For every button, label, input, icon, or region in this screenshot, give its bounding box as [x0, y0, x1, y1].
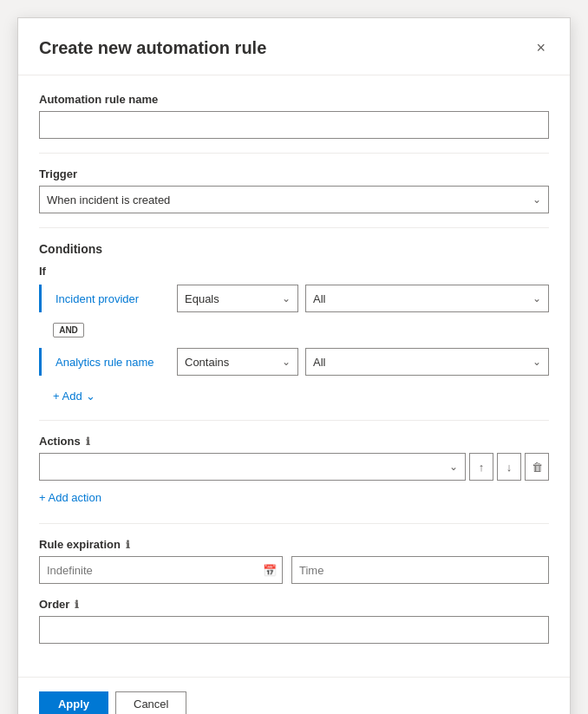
add-action-label: + Add action	[39, 491, 101, 504]
condition-row-2: Analytics rule name Contains ⌄ All ⌄	[39, 348, 549, 376]
condition-dropdowns-1: Equals ⌄ All ⌄	[177, 285, 549, 312]
trigger-dropdown[interactable]: When incident is created ⌄	[39, 186, 549, 213]
move-down-icon: ↓	[506, 461, 513, 474]
condition-operator-dropdown-2[interactable]: Contains ⌄	[177, 348, 298, 376]
action-move-up-button[interactable]: ↑	[469, 453, 493, 481]
calendar-icon[interactable]: 📅	[258, 564, 282, 577]
condition-dropdowns-2: Contains ⌄ All ⌄	[177, 348, 549, 376]
order-label: Order ℹ	[39, 598, 549, 611]
trigger-section: Trigger When incident is created ⌄	[39, 167, 549, 213]
actions-dropdown[interactable]: ⌄	[39, 453, 466, 481]
trigger-chevron-icon: ⌄	[526, 193, 548, 206]
trigger-label: Trigger	[39, 167, 549, 180]
dialog-footer: Apply Cancel	[18, 677, 570, 714]
conditions-title: Conditions	[39, 242, 549, 256]
delete-icon: 🗑	[532, 461, 543, 474]
divider-2	[39, 227, 549, 228]
rule-expiration-title: Rule expiration	[39, 538, 121, 551]
action-delete-button[interactable]: 🗑	[525, 453, 549, 481]
actions-label: Actions ℹ	[39, 435, 549, 448]
order-input[interactable]: 3	[39, 616, 549, 644]
condition-value-dropdown-2[interactable]: All ⌄	[305, 348, 549, 376]
condition-value-1: All	[306, 292, 526, 305]
automation-rule-name-section: Automation rule name	[39, 93, 549, 139]
condition-value-chevron-1: ⌄	[526, 292, 548, 305]
divider-4	[39, 523, 549, 524]
condition-operator-dropdown-1[interactable]: Equals ⌄	[177, 285, 298, 312]
condition-value-dropdown-1[interactable]: All ⌄	[305, 285, 549, 312]
action-move-down-button[interactable]: ↓	[497, 453, 521, 481]
automation-rule-name-input[interactable]	[39, 111, 549, 139]
actions-chevron-icon: ⌄	[442, 461, 465, 473]
actions-dropdown-wrap: ⌄	[39, 453, 466, 481]
actions-section: Actions ℹ ⌄ ↑ ↓ 🗑	[39, 435, 549, 509]
expiration-date-input[interactable]	[40, 557, 258, 583]
order-section: Order ℹ 3	[39, 598, 549, 644]
actions-title-text: Actions	[39, 435, 81, 448]
add-condition-label: + Add	[53, 390, 82, 403]
order-title: Order	[39, 598, 69, 611]
add-condition-button[interactable]: + Add ⌄	[53, 386, 95, 406]
rule-expiration-label: Rule expiration ℹ	[39, 538, 549, 551]
rule-expiration-info-icon: ℹ	[126, 539, 130, 551]
condition-field-2: Analytics rule name	[56, 356, 168, 369]
close-button[interactable]: ×	[532, 36, 549, 61]
expiration-date-wrap: 📅	[39, 556, 283, 584]
dialog-title: Create new automation rule	[39, 38, 266, 58]
rule-expiration-section: Rule expiration ℹ 📅	[39, 538, 549, 584]
add-action-button[interactable]: + Add action	[39, 486, 101, 509]
condition-value-2: All	[306, 356, 526, 369]
condition-operator-chevron-2: ⌄	[275, 356, 297, 368]
apply-button[interactable]: Apply	[39, 691, 108, 714]
conditions-if-label: If	[39, 265, 549, 278]
conditions-section: Conditions If Incident provider Equals ⌄…	[39, 242, 549, 406]
condition-value-chevron-2: ⌄	[526, 356, 548, 368]
condition-operator-value-1: Equals	[178, 292, 275, 305]
trigger-selected-value: When incident is created	[40, 193, 526, 206]
expiration-row: 📅	[39, 556, 549, 584]
condition-row-1: Incident provider Equals ⌄ All ⌄	[39, 285, 549, 312]
divider-1	[39, 153, 549, 154]
create-automation-rule-dialog: Create new automation rule × Automation …	[17, 17, 571, 714]
condition-operator-value-2: Contains	[178, 356, 275, 369]
actions-row: ⌄ ↑ ↓ 🗑	[39, 453, 549, 481]
and-badge: AND	[53, 323, 84, 337]
cancel-button[interactable]: Cancel	[115, 691, 186, 714]
dialog-header: Create new automation rule ×	[18, 18, 570, 75]
condition-operator-chevron-1: ⌄	[275, 292, 297, 305]
divider-3	[39, 420, 549, 421]
add-condition-chevron-icon: ⌄	[86, 390, 95, 403]
actions-info-icon: ℹ	[86, 436, 90, 448]
automation-rule-name-label: Automation rule name	[39, 93, 549, 106]
expiration-time-input[interactable]	[291, 556, 549, 584]
condition-field-1: Incident provider	[56, 292, 168, 305]
order-info-icon: ℹ	[75, 599, 79, 611]
dialog-body: Automation rule name Trigger When incide…	[18, 75, 570, 677]
move-up-icon: ↑	[479, 461, 485, 474]
